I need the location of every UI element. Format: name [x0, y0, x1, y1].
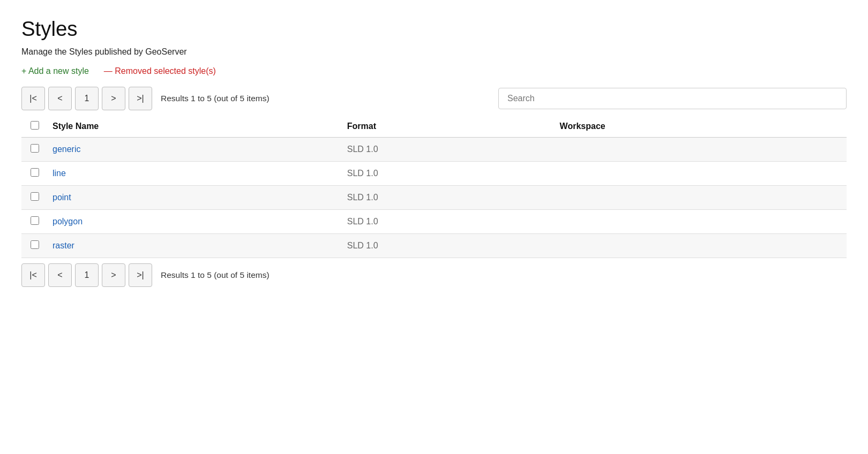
row-checkbox[interactable]	[31, 144, 39, 153]
row-workspace	[556, 186, 847, 210]
last-page-button-bottom[interactable]: >|	[129, 263, 152, 287]
top-toolbar: |< < 1 > >| Results 1 to 5 (out of 5 ite…	[21, 87, 847, 110]
row-checkbox[interactable]	[31, 240, 39, 249]
pagination-controls-top: |< < 1 > >| Results 1 to 5 (out of 5 ite…	[21, 87, 270, 110]
bottom-toolbar: |< < 1 > >| Results 1 to 5 (out of 5 ite…	[21, 263, 847, 287]
search-input[interactable]	[498, 88, 847, 109]
next-page-button-bottom[interactable]: >	[102, 263, 125, 287]
style-name-link[interactable]: polygon	[53, 217, 83, 226]
row-format: SLD 1.0	[343, 234, 556, 258]
row-checkbox-cell	[21, 234, 48, 258]
add-style-link[interactable]: + Add a new style	[21, 66, 89, 76]
header-format: Format	[343, 116, 556, 138]
row-style-name: raster	[48, 234, 343, 258]
header-checkbox-cell	[21, 116, 48, 138]
header-workspace: Workspace	[556, 116, 847, 138]
row-format: SLD 1.0	[343, 186, 556, 210]
row-format: SLD 1.0	[343, 162, 556, 186]
row-style-name: point	[48, 186, 343, 210]
select-all-checkbox[interactable]	[31, 121, 39, 130]
row-workspace	[556, 234, 847, 258]
row-format: SLD 1.0	[343, 210, 556, 234]
row-format: SLD 1.0	[343, 138, 556, 162]
style-name-link[interactable]: generic	[53, 145, 80, 154]
first-page-button-bottom[interactable]: |<	[21, 263, 45, 287]
row-workspace	[556, 210, 847, 234]
row-checkbox[interactable]	[31, 216, 39, 225]
row-checkbox[interactable]	[31, 192, 39, 201]
table-row: genericSLD 1.0	[21, 138, 847, 162]
row-checkbox-cell	[21, 210, 48, 234]
results-info-top: Results 1 to 5 (out of 5 items)	[161, 94, 270, 103]
table-row: polygonSLD 1.0	[21, 210, 847, 234]
action-bar: + Add a new style — Removed selected sty…	[21, 66, 847, 76]
style-name-link[interactable]: raster	[53, 241, 74, 250]
table-row: rasterSLD 1.0	[21, 234, 847, 258]
style-name-link[interactable]: line	[53, 169, 66, 178]
page-title: Styles	[21, 17, 847, 41]
row-checkbox-cell	[21, 186, 48, 210]
row-checkbox-cell	[21, 162, 48, 186]
style-name-link[interactable]: point	[53, 193, 71, 202]
row-style-name: generic	[48, 138, 343, 162]
page-subtitle: Manage the Styles published by GeoServer	[21, 47, 847, 57]
current-page-top: 1	[75, 87, 99, 110]
row-workspace	[556, 138, 847, 162]
current-page-bottom: 1	[75, 263, 99, 287]
table-row: pointSLD 1.0	[21, 186, 847, 210]
last-page-button-top[interactable]: >|	[129, 87, 152, 110]
row-checkbox[interactable]	[31, 168, 39, 177]
row-style-name: polygon	[48, 210, 343, 234]
results-info-bottom: Results 1 to 5 (out of 5 items)	[161, 270, 270, 280]
header-style-name: Style Name	[48, 116, 343, 138]
table-body: genericSLD 1.0lineSLD 1.0pointSLD 1.0pol…	[21, 138, 847, 258]
next-page-button-top[interactable]: >	[102, 87, 125, 110]
prev-page-button-bottom[interactable]: <	[48, 263, 72, 287]
action-remove-label[interactable]: — Removed selected style(s)	[104, 66, 216, 76]
row-checkbox-cell	[21, 138, 48, 162]
table-header-row: Style Name Format Workspace	[21, 116, 847, 138]
row-workspace	[556, 162, 847, 186]
row-style-name: line	[48, 162, 343, 186]
table-row: lineSLD 1.0	[21, 162, 847, 186]
first-page-button-top[interactable]: |<	[21, 87, 45, 110]
prev-page-button-top[interactable]: <	[48, 87, 72, 110]
styles-table: Style Name Format Workspace genericSLD 1…	[21, 116, 847, 258]
